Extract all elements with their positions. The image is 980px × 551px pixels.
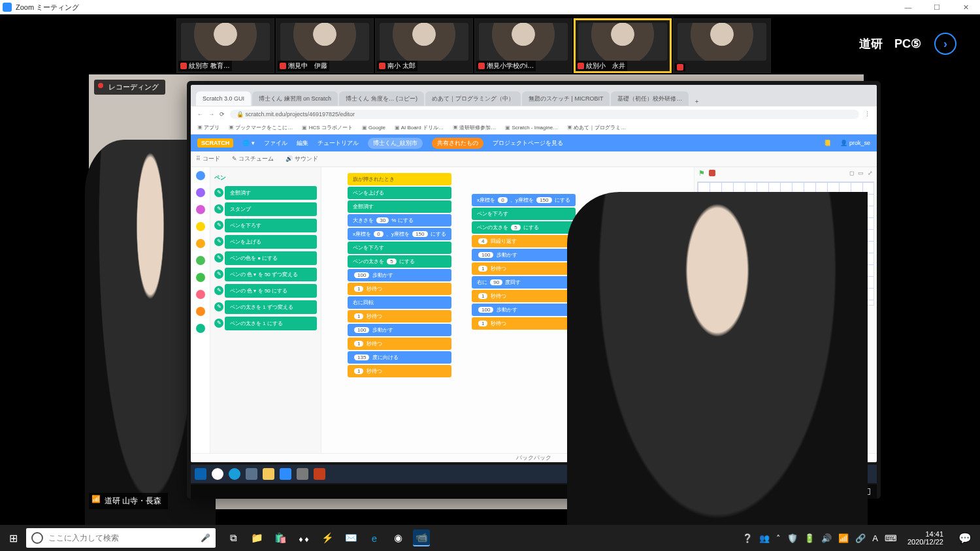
explorer-icon[interactable]: 📁 — [248, 529, 265, 546]
settings2-icon[interactable] — [297, 468, 308, 480]
bookmark-item[interactable]: アプリ — [197, 124, 220, 131]
browser-tab[interactable]: 博士くん 角度を… (コピー) — [339, 91, 424, 106]
edge-icon[interactable]: e — [366, 529, 383, 546]
palette-block[interactable]: スタンプ — [225, 202, 317, 216]
category-dot[interactable] — [196, 239, 205, 248]
category-dot[interactable] — [196, 171, 205, 180]
code-block[interactable]: 135 度に向ける — [348, 351, 451, 364]
browser-tab[interactable]: 無題のスケッチ | MICROBIT — [522, 91, 610, 106]
code-block[interactable]: 1 秒待つ — [348, 310, 451, 323]
globe-icon[interactable]: 🌐 ▾ — [242, 140, 255, 146]
category-dot[interactable] — [196, 205, 205, 214]
tab-sound[interactable]: 🔊 サウンド — [286, 155, 318, 163]
code-block[interactable]: ペンを下ろす — [472, 208, 576, 220]
participant-tile[interactable]: 紋別市 教育… — [176, 18, 274, 73]
category-dot[interactable] — [196, 307, 205, 316]
green-flag-icon[interactable]: ⚑ — [698, 169, 705, 178]
code-block[interactable]: 1 秒待つ — [348, 283, 451, 295]
code-block[interactable]: 100 歩動かす — [348, 269, 451, 281]
stage-large-icon[interactable]: ▭ — [858, 170, 864, 176]
project-title[interactable]: 博士くん_紋別市 — [368, 138, 423, 149]
bookmark-item[interactable]: ブックマークをここに… — [229, 124, 293, 131]
search-icon[interactable] — [212, 468, 223, 480]
browser-tab[interactable]: 基礎（初任）校外研修… — [611, 91, 689, 106]
tab-costume[interactable]: ✎ コスチューム — [232, 155, 274, 163]
folder-icon[interactable]: 📒 — [824, 140, 831, 146]
new-tab-button[interactable]: ＋ — [690, 97, 704, 106]
people-icon[interactable]: 👥 — [759, 533, 770, 543]
code-block[interactable]: 1 秒待つ — [472, 317, 576, 330]
mail-icon[interactable]: ✉️ — [342, 529, 359, 546]
palette-block[interactable]: ペンの 色 ▾ を 50 ずつ変える — [225, 268, 317, 281]
category-dot[interactable] — [196, 290, 205, 299]
nav-back-icon[interactable]: ← — [197, 111, 203, 118]
browser-tab[interactable]: 博士くん 練習用 on Scratch — [252, 91, 338, 106]
code-block[interactable]: 100 歩動かす — [472, 304, 576, 316]
bookmark-item[interactable]: Scratch - Imagine… — [505, 125, 558, 131]
lightning-icon[interactable]: ⚡ — [319, 529, 336, 546]
explorer2-icon[interactable] — [263, 468, 274, 480]
code-block[interactable]: ペンを上げる — [348, 187, 451, 199]
tray-expand-icon[interactable]: ˄ — [776, 533, 781, 543]
bookmark-item[interactable]: 道研研修参加… — [453, 124, 496, 131]
participant-tile[interactable] — [673, 18, 771, 73]
browser-tab[interactable]: めあて｜プログラミング（中） — [425, 91, 521, 106]
code-block[interactable]: 100 歩動かす — [348, 324, 451, 336]
category-dot[interactable] — [196, 273, 205, 282]
code-block[interactable]: 1 秒待つ — [348, 338, 451, 350]
code-block[interactable]: 1 秒待つ — [472, 290, 576, 302]
close-button[interactable]: ✕ — [951, 0, 980, 14]
menu-file[interactable]: ファイル — [264, 139, 287, 148]
fullscreen-icon[interactable]: ⤢ — [868, 170, 873, 176]
menu-tutorial[interactable]: チュートリアル — [318, 139, 359, 148]
palette-block[interactable]: ペンの 色 ▾ を 50 にする — [225, 284, 317, 298]
dropbox-icon[interactable]: ⬧⬧ — [295, 529, 312, 546]
browser-tab[interactable]: Scratch 3.0 GUI — [196, 91, 251, 106]
palette-block[interactable]: ペンの太さを 1 ずつ変える — [225, 300, 317, 314]
category-dot[interactable] — [196, 256, 205, 265]
code-block[interactable]: 右に回転 — [348, 296, 451, 309]
palette-block[interactable]: ペンを上げる — [225, 235, 317, 249]
ppt-icon[interactable] — [314, 468, 325, 480]
help-icon[interactable]: ❔ — [742, 533, 753, 543]
category-dot[interactable] — [196, 188, 205, 197]
win-start-icon[interactable] — [195, 468, 206, 480]
bookmark-item[interactable]: めあて｜プログラミ… — [567, 124, 626, 131]
store-icon[interactable]: 🛍️ — [272, 529, 289, 546]
code-block[interactable]: 1 秒待つ — [348, 365, 451, 377]
start-button[interactable]: ⊞ — [0, 525, 26, 551]
taskbar-search[interactable]: ここに入力して検索 🎤 — [26, 528, 216, 548]
link-icon[interactable]: 🔗 — [855, 533, 866, 543]
palette-block[interactable]: ペンの太さを 1 にする — [225, 317, 317, 330]
address-bar[interactable]: 🔒 scratch.mit.edu/projects/469197825/edi… — [230, 110, 859, 119]
code-block[interactable]: 大きさを 30 % にする — [348, 214, 451, 227]
volume-icon[interactable]: 🔊 — [821, 533, 832, 543]
palette-block[interactable]: 全部消す — [225, 186, 317, 200]
code-block[interactable]: 1 秒待つ — [472, 262, 576, 275]
code-block[interactable]: 旗が押されたとき — [348, 173, 451, 185]
participant-tile[interactable]: 紋別小 永井 — [574, 18, 672, 73]
app-icon[interactable] — [280, 468, 291, 480]
user-menu[interactable]: 👤 prok_se — [840, 140, 870, 146]
category-dot[interactable] — [196, 324, 205, 333]
input-icon[interactable]: ⌨ — [885, 533, 897, 543]
code-block[interactable]: 100 歩動かす — [472, 249, 576, 261]
browser-menu-icon[interactable]: ⋮ — [864, 111, 870, 118]
script-cluster-a[interactable]: 旗が押されたときペンを上げる全部消す大きさを 30 % にするx座標を 0 、y… — [348, 172, 451, 378]
maximize-button[interactable]: ☐ — [923, 0, 951, 14]
script-cluster-b[interactable]: x座標を 0 、y座標を 150 にするペンを下ろすペンの太さを 5 にする4 … — [472, 193, 576, 330]
code-block[interactable]: 全部消す — [348, 200, 451, 213]
stop-icon[interactable] — [709, 170, 715, 176]
minimize-button[interactable]: — — [894, 0, 923, 14]
chrome-icon[interactable]: ◉ — [389, 529, 406, 546]
menu-edit[interactable]: 編集 — [297, 139, 308, 148]
participant-tile[interactable]: 潮見小学校のi… — [474, 18, 572, 73]
code-block[interactable]: 4 回繰り返す — [472, 235, 576, 247]
bookmark-item[interactable]: AI Board ドリル… — [395, 124, 444, 131]
nav-forward-icon[interactable]: → — [208, 111, 214, 118]
category-dot[interactable] — [196, 222, 205, 231]
action-center-icon[interactable]: 💬 — [954, 532, 976, 544]
tab-code[interactable]: ⠿ コード — [196, 155, 220, 163]
code-block[interactable]: x座標を 0 、y座標を 150 にする — [472, 194, 576, 206]
edge-icon[interactable] — [229, 468, 240, 480]
